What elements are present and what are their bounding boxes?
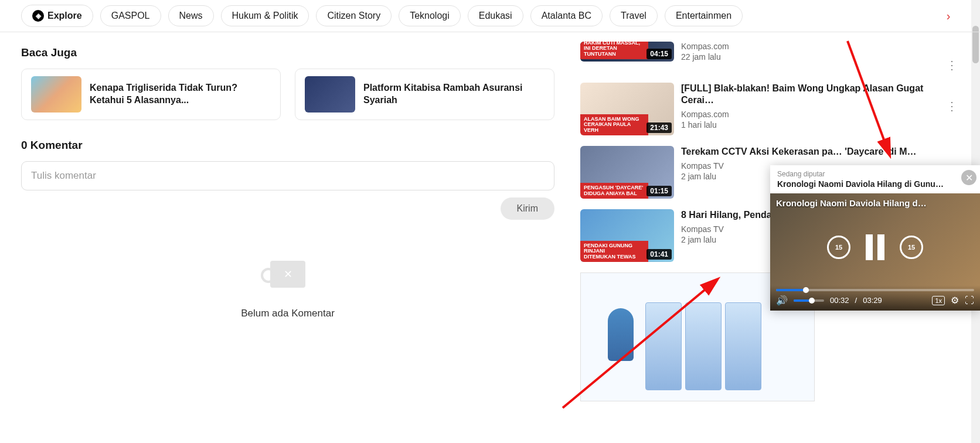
forward-15-icon: 15 — [908, 244, 915, 251]
nav-item-citizen-story[interactable]: Citizen Story — [316, 5, 392, 26]
video-thumbnail[interactable]: HAKIM CUTI MASSAL,INI DERETAN TUNTUTANN … — [580, 42, 674, 62]
video-menu-button[interactable]: ⋮ — [945, 83, 959, 135]
nav-item-hukum-politik[interactable]: Hukum & Politik — [221, 5, 309, 26]
empty-state-text: Belum ada Komentar — [241, 308, 335, 319]
nav-item-atalanta-bc[interactable]: Atalanta BC — [530, 5, 603, 26]
nav-explore-label: Explore — [47, 11, 82, 21]
pip-center-controls: 15 15 — [827, 234, 923, 260]
pip-video-area[interactable]: Kronologi Naomi Daviola Hilang d… 15 15 … — [770, 193, 980, 311]
video-thumbnail[interactable]: PENDAKI GUNUNG RINJANIDITEMUKAN TEWAS 01… — [580, 209, 674, 262]
pip-overlay-title: Kronologi Naomi Daviola Hilang d… — [776, 198, 952, 208]
video-source: Kompas.com — [681, 42, 945, 51]
pip-status: Sedang diputar — [777, 170, 959, 178]
empty-state-icon — [253, 243, 323, 296]
pip-close-button[interactable]: ✕ — [961, 170, 976, 185]
read-also-title: Platform Kitabisa Rambah Asuransi Syaria… — [363, 82, 545, 107]
video-thumbnail[interactable]: PENGASUH 'DAYCARE'DIDUGA ANIAYA BAL 01:1… — [580, 146, 674, 199]
submit-comment-button[interactable]: Kirim — [501, 197, 554, 220]
pip-header: Sedang diputar Kronologi Naomi Daviola H… — [770, 165, 980, 193]
more-vertical-icon: ⋮ — [946, 99, 958, 113]
video-item: ALASAN BAIM WONGCERAIKAN PAULA VERH 21:4… — [580, 83, 959, 135]
pip-title: Kronologi Naomi Daviola Hilang di Gunu… — [777, 179, 959, 189]
comment-input[interactable]: Tulis komentar — [21, 161, 554, 190]
nav-item-news[interactable]: News — [168, 5, 214, 26]
video-thumb-caption: ALASAN BAIM WONGCERAIKAN PAULA VERH — [580, 114, 648, 135]
time-separator: / — [855, 296, 858, 305]
playback-speed-button[interactable]: 1x — [932, 296, 945, 305]
comments-heading: 0 Komentar — [21, 139, 554, 152]
nav-item-teknologi[interactable]: Teknologi — [399, 5, 461, 26]
pip-player: Sedang diputar Kronologi Naomi Daviola H… — [770, 165, 980, 311]
more-vertical-icon: ⋮ — [946, 58, 958, 72]
ad-illustration-servers — [645, 302, 761, 390]
volume-button[interactable]: 🔊 — [776, 295, 788, 306]
comments-empty-state: Belum ada Komentar — [21, 243, 554, 319]
nav-scroll-right[interactable]: › — [940, 8, 957, 24]
ad-illustration-person — [608, 308, 634, 361]
forward-15-button[interactable]: 15 — [900, 236, 923, 259]
video-thumbnail[interactable]: ALASAN BAIM WONGCERAIKAN PAULA VERH 21:4… — [580, 83, 674, 135]
read-also-title: Kenapa Trigliserida Tidak Turun? Ketahui… — [90, 82, 271, 107]
nav-explore[interactable]: ◈ Explore — [21, 5, 93, 27]
video-duration: 01:15 — [646, 186, 672, 196]
settings-button[interactable]: ⚙ — [951, 295, 959, 306]
read-also-card[interactable]: Platform Kitabisa Rambah Asuransi Syaria… — [295, 69, 554, 120]
read-also-row: Kenapa Trigliserida Tidak Turun? Ketahui… — [21, 69, 554, 120]
progress-handle[interactable] — [803, 287, 809, 293]
video-duration: 04:15 — [646, 49, 672, 59]
comment-placeholder: Tulis komentar — [31, 170, 96, 181]
read-also-heading: Baca Juga — [21, 46, 554, 59]
pause-icon — [877, 234, 884, 260]
video-item: HAKIM CUTI MASSAL,INI DERETAN TUNTUTANN … — [580, 42, 959, 72]
video-time: 1 hari lalu — [681, 120, 945, 130]
volume-handle[interactable] — [809, 298, 815, 304]
rewind-15-button[interactable]: 15 — [827, 236, 850, 259]
compass-icon: ◈ — [32, 10, 44, 22]
chevron-right-icon: › — [947, 9, 951, 23]
close-icon: ✕ — [965, 172, 973, 183]
video-duration: 21:43 — [646, 122, 672, 133]
video-source: Kompas.com — [681, 110, 945, 119]
video-title[interactable]: Terekam CCTV Aksi Kekerasan pa… 'Daycare… — [681, 146, 959, 158]
read-also-thumb — [305, 76, 355, 113]
read-also-card[interactable]: Kenapa Trigliserida Tidak Turun? Ketahui… — [21, 69, 281, 120]
video-title[interactable]: [FULL] Blak-blakan! Baim Wong Ungkap Ala… — [681, 83, 945, 106]
fullscreen-button[interactable]: ⛶ — [965, 295, 974, 306]
time-elapsed: 00:32 — [830, 296, 849, 305]
rewind-15-icon: 15 — [835, 244, 842, 251]
pip-controls-bar: 🔊 00:32 / 03:29 1x ⚙ ⛶ — [770, 285, 980, 311]
video-menu-button[interactable]: ⋮ — [945, 42, 959, 72]
pause-button[interactable] — [866, 234, 884, 260]
time-total: 03:29 — [863, 296, 882, 305]
progress-bar[interactable] — [776, 289, 974, 291]
video-thumb-caption: PENDAKI GUNUNG RINJANIDITEMUKAN TEWAS — [580, 241, 648, 262]
read-also-thumb — [31, 76, 81, 113]
nav-item-edukasi[interactable]: Edukasi — [468, 5, 523, 26]
nav-item-entertainment[interactable]: Entertainmen — [665, 5, 743, 26]
nav-item-travel[interactable]: Travel — [610, 5, 658, 26]
nav-item-gaspol[interactable]: GASPOL — [100, 5, 161, 26]
video-thumb-caption: PENGASUH 'DAYCARE'DIDUGA ANIAYA BAL — [580, 183, 648, 199]
progress-fill — [776, 289, 806, 291]
video-thumb-caption: HAKIM CUTI MASSAL,INI DERETAN TUNTUTANN — [580, 42, 648, 59]
main-column: Baca Juga Kenapa Trigliserida Tidak Turu… — [21, 42, 554, 401]
volume-slider[interactable] — [794, 299, 824, 302]
video-time: 22 jam lalu — [681, 52, 945, 62]
top-nav: ◈ Explore GASPOL News Hukum & Politik Ci… — [0, 0, 980, 32]
pause-icon — [866, 234, 873, 260]
video-duration: 01:41 — [646, 249, 672, 260]
